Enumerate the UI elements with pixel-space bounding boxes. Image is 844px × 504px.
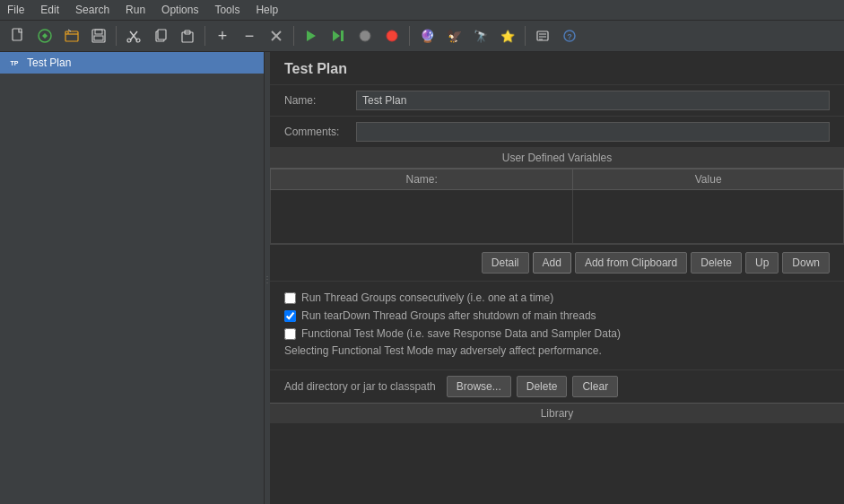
menu-help[interactable]: Help	[252, 2, 282, 18]
udf-section: User Defined Variables Name: Value	[270, 148, 844, 244]
detail-button[interactable]: Detail	[482, 252, 529, 274]
svg-marker-17	[333, 30, 340, 41]
run-consecutively-label: Run Thread Groups consecutively (i.e. on…	[301, 291, 553, 304]
save-button[interactable]	[86, 23, 111, 48]
help-button[interactable]: ?	[557, 23, 582, 48]
shutdown-button[interactable]	[379, 23, 405, 48]
delete-button[interactable]: Delete	[691, 252, 742, 274]
run-consecutively-checkbox[interactable]	[284, 292, 296, 304]
separator-3	[293, 26, 294, 46]
add-button[interactable]: Add	[533, 252, 571, 274]
comments-label: Comments:	[284, 126, 356, 138]
udf-col-value: Value	[573, 169, 844, 190]
comments-input[interactable]	[356, 122, 830, 142]
svg-rect-4	[95, 30, 102, 34]
classpath-label: Add directory or jar to classpath	[284, 380, 436, 393]
clear-element-button[interactable]	[264, 23, 289, 48]
menu-edit[interactable]: Edit	[37, 2, 63, 18]
svg-text:?: ?	[567, 32, 572, 41]
svg-rect-18	[341, 30, 344, 41]
up-button[interactable]: Up	[745, 252, 779, 274]
action-buttons: Detail Add Add from Clipboard Delete Up …	[270, 244, 844, 281]
checkbox-row-1: Run Thread Groups consecutively (i.e. on…	[284, 289, 830, 307]
gold-button[interactable]: ⭐	[495, 23, 520, 48]
templates-button[interactable]	[32, 23, 57, 48]
warning-text: Selecting Functional Test Mode may adver…	[284, 343, 830, 362]
name-row: Name:	[270, 85, 844, 117]
separator-2	[204, 26, 205, 46]
new-button[interactable]	[5, 23, 30, 48]
stop-button[interactable]	[352, 23, 378, 48]
tree-item-test-plan[interactable]: TP Test Plan	[0, 52, 264, 74]
checkbox-row-3: Functional Test Mode (i.e. save Response…	[284, 325, 830, 343]
udf-body	[271, 190, 844, 244]
library-header: Library	[270, 403, 844, 423]
menu-file[interactable]: File	[4, 2, 28, 18]
udf-table: Name: Value	[270, 169, 844, 244]
clear-button[interactable]: Clear	[572, 376, 618, 397]
open-button[interactable]	[59, 23, 84, 48]
browse-button[interactable]: Browse...	[447, 376, 511, 397]
add-element-button[interactable]: +	[210, 23, 235, 48]
log-button[interactable]	[530, 23, 555, 48]
run-teardown-label: Run tearDown Thread Groups after shutdow…	[301, 309, 596, 322]
run-button[interactable]	[299, 23, 324, 48]
svg-text:TP: TP	[11, 60, 19, 66]
test-plan-icon: TP	[7, 56, 22, 70]
run-no-pause-button[interactable]	[326, 23, 351, 48]
main-layout: TP Test Plan ⋮ Test Plan Name: Comments:…	[0, 52, 844, 504]
add-from-clipboard-button[interactable]: Add from Clipboard	[575, 252, 687, 274]
svg-rect-2	[65, 31, 78, 41]
svg-rect-11	[158, 30, 166, 39]
remove-element-button[interactable]: −	[237, 23, 262, 48]
right-panel: Test Plan Name: Comments: User Defined V…	[270, 52, 844, 504]
cut-button[interactable]	[121, 23, 146, 48]
separator-5	[525, 26, 526, 46]
menu-tools[interactable]: Tools	[211, 2, 243, 18]
svg-rect-0	[13, 29, 22, 40]
binoculars-button[interactable]: 🔭	[468, 23, 493, 48]
copy-button[interactable]	[148, 23, 173, 48]
report-button[interactable]: 🔮	[414, 23, 439, 48]
name-label: Name:	[284, 94, 356, 107]
toolbar: + − 🔮 🦅 🔭 ⭐ ?	[0, 21, 844, 52]
checkboxes-section: Run Thread Groups consecutively (i.e. on…	[270, 281, 844, 369]
tree-item-label: Test Plan	[27, 56, 71, 69]
udf-header: User Defined Variables	[270, 148, 844, 169]
separator-4	[409, 26, 410, 46]
menubar: File Edit Search Run Options Tools Help	[0, 0, 844, 21]
svg-rect-5	[94, 36, 103, 40]
page-title: Test Plan	[270, 52, 844, 85]
classpath-row: Add directory or jar to classpath Browse…	[270, 369, 844, 403]
functional-mode-label: Functional Test Mode (i.e. save Response…	[301, 327, 621, 340]
name-input[interactable]	[356, 91, 830, 110]
down-button[interactable]: Down	[782, 252, 830, 274]
aggregate-button[interactable]: 🦅	[441, 23, 466, 48]
run-teardown-checkbox[interactable]	[284, 310, 296, 322]
paste-button[interactable]	[175, 23, 200, 48]
comments-row: Comments:	[270, 117, 844, 148]
left-panel: TP Test Plan	[0, 52, 265, 504]
udf-empty-row	[271, 190, 844, 244]
functional-mode-checkbox[interactable]	[284, 328, 296, 340]
menu-search[interactable]: Search	[72, 2, 113, 18]
classpath-delete-button[interactable]: Delete	[517, 376, 568, 397]
menu-run[interactable]: Run	[122, 2, 149, 18]
svg-point-20	[387, 30, 397, 41]
svg-marker-16	[307, 30, 316, 41]
checkbox-row-2: Run tearDown Thread Groups after shutdow…	[284, 307, 830, 325]
menu-options[interactable]: Options	[158, 2, 202, 18]
udf-col-name: Name:	[271, 169, 573, 190]
separator-1	[116, 26, 117, 46]
svg-point-19	[360, 30, 370, 41]
